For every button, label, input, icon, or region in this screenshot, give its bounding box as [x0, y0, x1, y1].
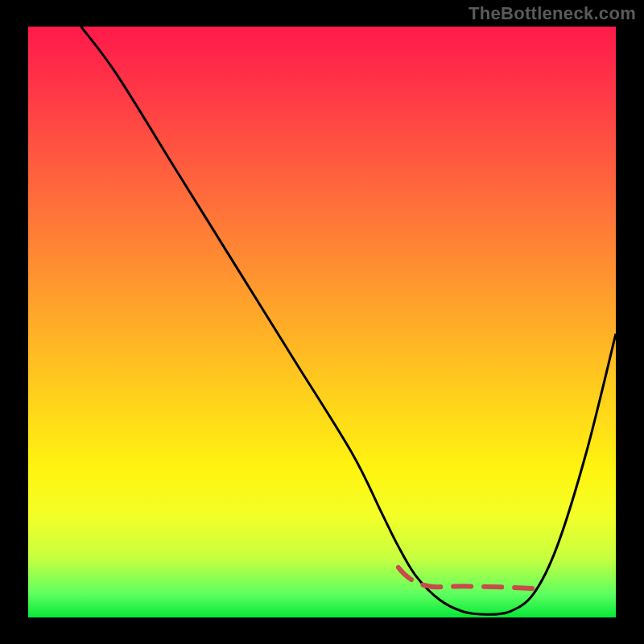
chart-stage: TheBottleneck.com — [0, 0, 644, 644]
plot-area — [28, 27, 616, 617]
watermark-text: TheBottleneck.com — [469, 3, 636, 24]
curve-svg — [28, 27, 616, 617]
bottleneck-curve — [81, 27, 616, 614]
